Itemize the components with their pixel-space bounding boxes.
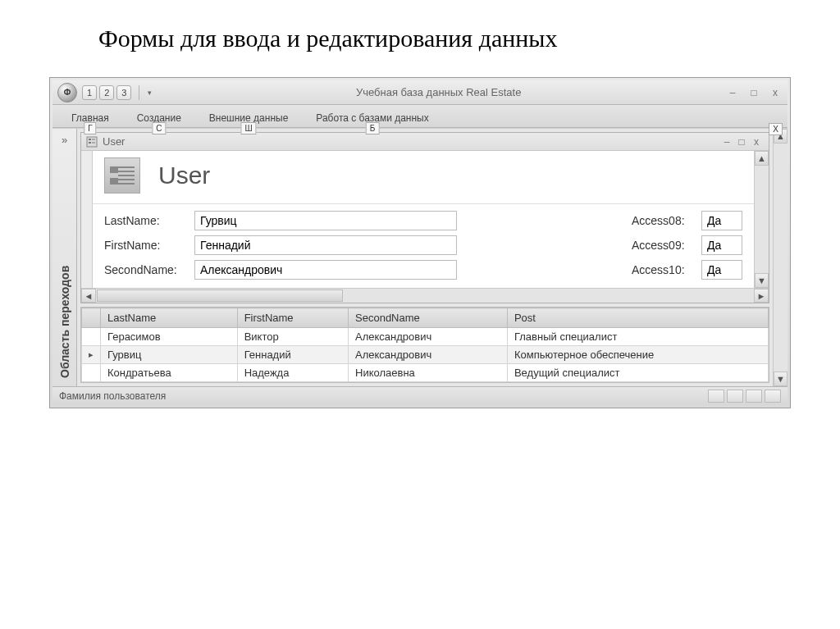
input-lastname[interactable] [194, 211, 457, 230]
form-header: User [93, 151, 754, 204]
row-selector[interactable] [82, 364, 101, 382]
cell[interactable]: Николаевна [349, 364, 508, 382]
form-window: User – □ x User Las [80, 132, 769, 303]
main-vertical-scrollbar[interactable]: ▲ ▼ [773, 129, 788, 386]
table-row[interactable]: КондратьеваНадеждаНиколаевнаВедущий спец… [82, 364, 769, 382]
form-titlebar: User – □ x [81, 133, 769, 151]
svg-rect-0 [87, 137, 97, 147]
ribbon-help-keytip: X [769, 123, 783, 135]
slide-title: Формы для ввода и редактирования данных [98, 25, 791, 52]
ribbon-tab-dbtools[interactable]: Работа с базами данных Б [304, 109, 441, 126]
keytip: С [152, 122, 166, 134]
datasheet-grid: LastName FirstName SecondName Post Герас… [80, 307, 769, 383]
view-layout-icon[interactable] [746, 390, 762, 403]
svg-rect-1 [89, 139, 91, 140]
navigation-pane-collapsed[interactable]: » Область переходов [52, 129, 77, 386]
row-selector[interactable] [82, 328, 101, 346]
cell[interactable]: Герасимов [101, 328, 238, 346]
qat-key-2[interactable]: 2 [99, 85, 114, 100]
qat-key-3[interactable]: 3 [116, 85, 131, 100]
form-close-button[interactable]: x [749, 136, 764, 148]
form-maximize-button[interactable]: □ [734, 136, 749, 148]
qat-key-1[interactable]: 1 [82, 85, 97, 100]
cell[interactable]: Александрович [349, 328, 508, 346]
main-area: User – □ x User Las [77, 129, 773, 386]
scroll-left-icon[interactable]: ◄ [81, 289, 96, 303]
cell[interactable]: Главный специалист [507, 328, 768, 346]
minimize-button[interactable]: – [725, 87, 740, 98]
maximize-button[interactable]: □ [746, 87, 761, 98]
form-horizontal-scrollbar[interactable]: ◄ ► [81, 288, 769, 303]
cell[interactable]: Ведущий специалист [507, 364, 768, 382]
input-access10[interactable] [701, 260, 742, 280]
keytip: Ш [240, 122, 256, 134]
table-row[interactable]: ГурвицГеннадийАлександровичКомпьютерное … [82, 346, 769, 364]
col-post[interactable]: Post [507, 308, 768, 328]
view-form-icon[interactable] [708, 390, 724, 403]
ribbon: Главная Г Создание С Внешние данные Ш Ра… [52, 105, 788, 128]
cell[interactable]: Надежда [237, 364, 348, 382]
status-text: Фамилия пользователя [59, 390, 166, 402]
label-access08: Access08: [632, 214, 701, 227]
app-window: Ф 1 2 3 ▾ Учебная база данных Real Estat… [49, 77, 791, 408]
record-selector-bar[interactable] [81, 151, 93, 288]
form-vertical-scrollbar[interactable]: ▲ ▼ [754, 151, 769, 288]
label-access09: Access09: [632, 239, 701, 252]
col-firstname[interactable]: FirstName [237, 308, 348, 328]
select-all-corner[interactable] [82, 308, 101, 328]
label-secondname: SecondName: [104, 263, 194, 276]
svg-rect-2 [89, 142, 91, 144]
cell[interactable]: Кондратьева [101, 364, 238, 382]
scroll-right-icon[interactable]: ► [754, 289, 769, 303]
scroll-thumb[interactable] [97, 289, 343, 302]
statusbar: Фамилия пользователя [52, 386, 788, 405]
col-lastname[interactable]: LastName [101, 308, 238, 328]
table-row[interactable]: ГерасимовВикторАлександровичГлавный спец… [82, 328, 769, 346]
view-datasheet-icon[interactable] [727, 390, 743, 403]
ribbon-tab-home[interactable]: Главная Г [59, 109, 121, 126]
scroll-down-icon[interactable]: ▼ [774, 371, 788, 386]
cell[interactable]: Геннадий [237, 346, 348, 364]
form-minimize-button[interactable]: – [719, 136, 734, 148]
titlebar: Ф 1 2 3 ▾ Учебная база данных Real Estat… [52, 80, 788, 105]
cell[interactable]: Виктор [237, 328, 348, 346]
col-secondname[interactable]: SecondName [349, 308, 508, 328]
form-content: User LastName: Access08: First [81, 151, 769, 288]
form-logo-icon [104, 157, 140, 194]
close-button[interactable]: x [768, 87, 783, 98]
body-area: » Область переходов User – □ x [52, 128, 788, 386]
ribbon-tab-create[interactable]: Создание С [125, 109, 194, 126]
row-selector[interactable] [82, 346, 101, 364]
view-design-icon[interactable] [765, 390, 781, 403]
form-tab-title: User [103, 135, 125, 148]
cell[interactable]: Гурвиц [101, 346, 238, 364]
label-access10: Access10: [632, 263, 701, 276]
cell[interactable]: Компьютерное обеспечение [507, 346, 768, 364]
keytip: Г [84, 122, 96, 134]
window-title: Учебная база данных Real Estate [152, 86, 725, 98]
label-firstname: FirstName: [104, 239, 194, 252]
scroll-down-icon[interactable]: ▼ [755, 273, 769, 288]
office-button[interactable]: Ф [57, 83, 77, 103]
form-icon [86, 136, 98, 148]
input-firstname[interactable] [194, 235, 457, 255]
cell[interactable]: Александрович [349, 346, 508, 364]
input-access08[interactable] [701, 211, 742, 230]
scroll-up-icon[interactable]: ▲ [755, 151, 769, 166]
nav-pane-label: Область переходов [58, 151, 71, 386]
label-lastname: LastName: [104, 214, 194, 227]
form-header-title: User [158, 162, 210, 189]
keytip: Б [366, 122, 380, 134]
ribbon-tab-external[interactable]: Внешние данные Ш [197, 109, 301, 126]
qat-divider [139, 85, 139, 100]
nav-expand-icon[interactable]: » [62, 129, 67, 151]
input-access09[interactable] [701, 235, 742, 255]
input-secondname[interactable] [194, 260, 457, 280]
